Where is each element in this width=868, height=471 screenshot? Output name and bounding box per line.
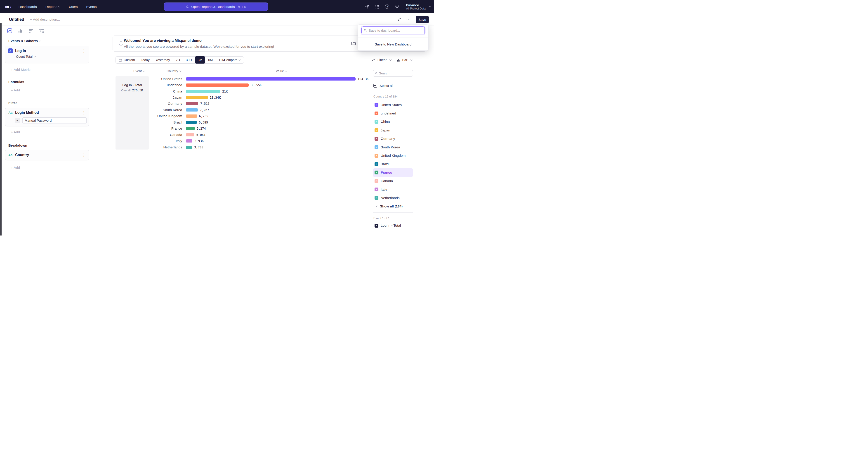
bar[interactable] [186,108,198,112]
checkbox-checked-icon[interactable]: ✓ [375,103,378,107]
breakdown-property-name[interactable]: Country [15,153,81,157]
country-option-label: Germany [381,137,395,141]
add-metric-button[interactable]: + Add Metric [11,68,31,72]
bar[interactable] [186,77,355,81]
legend-search[interactable] [373,70,413,77]
date-range-6m[interactable]: 6M [205,56,216,64]
bar[interactable] [186,84,249,87]
report-description-placeholder[interactable]: + Add description... [30,18,60,22]
line-style-dropdown[interactable]: Linear [372,58,391,62]
bar[interactable] [186,90,220,93]
insights-tab-icon[interactable] [7,27,13,34]
kebab-icon[interactable]: ⋮ [81,110,86,115]
bar-value-label: 5,274 [197,127,206,130]
help-icon[interactable]: ? [385,4,390,9]
add-filter-button[interactable]: + Add [11,130,20,134]
bar[interactable] [186,115,197,118]
checkbox-checked-icon[interactable]: ✓ [375,162,378,166]
country-option-undefined[interactable]: ✓undefined [373,109,413,117]
checkbox-checked-icon[interactable]: ✓ [375,112,378,115]
report-title[interactable]: Untitled [9,17,24,22]
events-cohorts-header[interactable]: Events & Cohorts [8,39,41,43]
metric-event-name[interactable]: Log In [15,49,81,53]
mixpanel-logo[interactable] [5,4,13,9]
chart-type-dropdown[interactable]: Bar [397,58,412,62]
add-formula-button[interactable]: + Add [11,88,20,92]
date-range-today[interactable]: Today [138,56,153,64]
flows-tab-icon[interactable] [39,27,44,34]
bar-value-label: 13.34K [210,96,221,99]
country-option-united-states[interactable]: ✓United States [373,101,413,109]
country-option-south-korea[interactable]: ✓South Korea [373,143,413,151]
filter-property-name[interactable]: Login Method [15,111,81,115]
add-breakdown-button[interactable]: + Add [11,166,20,170]
nav-item-dashboards[interactable]: Dashboards [19,5,37,8]
date-range-label: Today [141,58,150,62]
checkbox-checked-icon[interactable]: ✓ [375,196,378,200]
nav-item-events[interactable]: Events [86,5,97,8]
project-switcher[interactable]: Finance All Project Data [406,3,431,10]
country-option-canada[interactable]: ✓Canada [373,177,413,185]
nav-item-users[interactable]: Users [69,5,78,8]
checkbox-checked-icon[interactable]: ✓ [375,120,378,124]
bar[interactable] [186,127,195,130]
grid-icon[interactable] [375,4,379,9]
date-range-custom[interactable]: Custom [116,56,138,64]
country-option-brazil[interactable]: ✓Brazil [373,160,413,168]
bar[interactable] [186,102,198,105]
country-option-united-kingdom[interactable]: ✓United Kingdom [373,151,413,160]
legend-search-input[interactable] [379,71,411,75]
show-all-button[interactable]: Show all (184) [375,203,403,209]
filter-card: Aa Login Method ⋮ = Manual Password [5,108,89,126]
checkbox-checked-icon[interactable]: ✓ [375,145,378,149]
bar[interactable] [186,139,192,143]
filter-operator[interactable]: = [15,118,20,123]
checkbox-checked-icon[interactable]: ✓ [375,128,378,132]
country-option-label: Netherlands [381,196,400,200]
event-column-header[interactable]: Event [133,69,145,73]
bar[interactable] [186,121,197,124]
event-checkbox[interactable]: ✓ [375,224,378,228]
nav-item-reports[interactable]: Reports [45,5,60,8]
kebab-icon[interactable]: ⋮ [81,49,86,53]
save-to-dashboard-input[interactable] [362,27,425,34]
link-icon[interactable] [397,17,401,22]
save-to-new-dashboard-item[interactable]: Save to New Dashboard [358,37,428,51]
global-search-button[interactable]: Open Reports & Dashboards ⌘ + K [164,2,268,11]
funnel-tab-icon[interactable] [18,27,23,34]
gear-icon[interactable] [395,4,399,9]
kebab-icon[interactable]: ⋮ [81,153,86,157]
country-column-header[interactable]: Country [166,69,181,73]
bar[interactable] [186,133,194,137]
country-option-france[interactable]: ✓France [373,168,413,177]
country-option-italy[interactable]: ✓Italy [373,185,413,194]
bar[interactable] [186,96,208,99]
checkbox-checked-icon[interactable]: ✓ [375,187,378,192]
scrollbar[interactable] [0,23,2,235]
compare-button[interactable]: Compare [221,56,244,64]
more-icon[interactable]: ⋯ [406,19,411,21]
save-button[interactable]: Save [416,16,429,23]
date-range-30d[interactable]: 30D [183,56,195,64]
event-legend-item[interactable]: ✓ Log In - Total [375,223,401,228]
filter-value-input[interactable]: Manual Password [22,117,87,124]
checkbox-checked-icon[interactable]: ✓ [375,171,378,174]
checkbox-checked-icon[interactable]: ✓ [375,179,378,183]
select-all-toggle[interactable]: Select all [373,83,393,88]
date-range-3m[interactable]: 3M [195,56,205,64]
checkbox-checked-icon[interactable]: ✓ [375,137,378,141]
country-option-netherlands[interactable]: ✓Netherlands [373,194,413,202]
chevron-down-icon [179,69,181,72]
country-option-china[interactable]: ✓China [373,118,413,126]
retention-tab-icon[interactable] [28,27,34,34]
calendar-icon [119,58,122,62]
bar[interactable] [186,146,192,149]
aggregation-dropdown[interactable]: Count Total [16,55,89,61]
checkbox-checked-icon[interactable]: ✓ [375,154,378,158]
value-column-header[interactable]: Value [276,69,287,73]
country-option-japan[interactable]: ✓Japan [373,126,413,135]
date-range-7d[interactable]: 7D [173,56,183,64]
date-range-yesterday[interactable]: Yesterday [153,56,173,64]
send-icon[interactable] [365,4,370,9]
country-option-germany[interactable]: ✓Germany [373,135,413,143]
